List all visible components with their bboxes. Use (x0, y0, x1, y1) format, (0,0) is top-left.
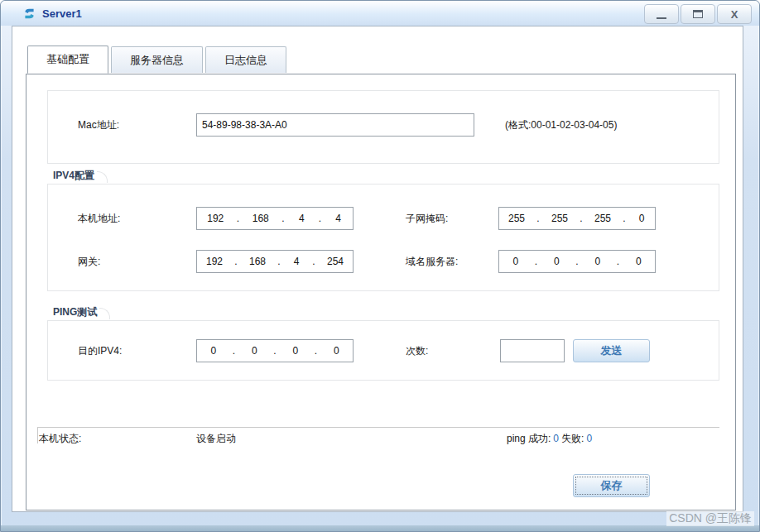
mask-octet-1: 255 (508, 213, 525, 224)
tab-server-info-label: 服务器信息 (130, 53, 184, 68)
dns-octet-2: 0 (552, 256, 560, 267)
mask-octet-3: 255 (594, 213, 611, 224)
ip-dot: . (532, 256, 541, 267)
mask-octet-2: 255 (551, 213, 568, 224)
minimize-button[interactable] (644, 4, 679, 24)
dns-server-input[interactable]: 0.0.0.0 (498, 250, 656, 273)
gateway-label: 网关: (78, 255, 100, 268)
ip-dot: . (573, 256, 581, 267)
host-octet-3: 4 (297, 213, 305, 224)
basic-config-pane: Mac地址: (格式:00-01-02-03-04-05) IPV4配置 本机地… (26, 74, 736, 510)
subnet-mask-input[interactable]: 255.255.255.0 (498, 207, 656, 230)
minimize-icon (657, 17, 666, 19)
tab-basic-config-label: 基础配置 (46, 52, 89, 67)
host-octet-4: 4 (334, 213, 343, 224)
send-button-label: 发送 (601, 343, 623, 358)
host-octet-1: 192 (207, 213, 224, 224)
watermark-text: CSDN @王陈锋 (666, 511, 754, 526)
ip-dot: . (577, 213, 585, 224)
ip-dot: . (310, 256, 318, 267)
dns-server-label: 域名服务器: (406, 255, 458, 268)
save-button-label: 保存 (601, 478, 623, 493)
dns-octet-1: 0 (512, 256, 520, 267)
maximize-button[interactable] (681, 4, 715, 24)
ping-dest-input[interactable]: 0.0.0.0 (196, 339, 354, 362)
host-octet-2: 168 (253, 213, 269, 224)
gateway-input[interactable]: 192.168.4.254 (196, 250, 354, 273)
mac-address-label: Mac地址: (78, 118, 119, 132)
ip-dot: . (279, 213, 287, 224)
tab-bar: 基础配置 服务器信息 日志信息 (27, 46, 289, 73)
ping-group-title: PING测试 (51, 305, 102, 319)
tab-basic-config[interactable]: 基础配置 (27, 46, 108, 74)
window-bottom-border (1, 525, 759, 531)
gateway-octet-1: 192 (206, 256, 223, 267)
gateway-octet-2: 168 (249, 256, 266, 267)
ip-dot: . (234, 213, 243, 224)
dest-octet-3: 0 (291, 345, 300, 357)
dns-octet-4: 0 (634, 256, 642, 267)
save-button[interactable]: 保存 (573, 474, 650, 497)
host-status-value: 设备启动 (196, 432, 236, 445)
host-address-label: 本机地址: (78, 212, 120, 225)
status-divider (37, 427, 719, 428)
title-bar[interactable]: Server1 X (1, 1, 759, 26)
status-divider-tick (37, 427, 38, 443)
window-title: Server1 (42, 7, 82, 20)
server-config-window: Server1 X 基础配置 服务器信息 日志信息 Mac地址: (格式:00-… (0, 0, 760, 532)
dest-octet-2: 0 (250, 345, 258, 357)
dest-octet-1: 0 (209, 345, 218, 357)
ip-dot: . (275, 256, 283, 267)
ip-dot: . (614, 256, 623, 267)
ping-statistics: ping 成功:0失败:0 (507, 432, 594, 445)
ip-dot: . (620, 213, 628, 224)
ipv4-groupbox (47, 184, 719, 291)
tab-log-info[interactable]: 日志信息 (205, 46, 286, 73)
ip-dot: . (534, 213, 542, 224)
host-address-input[interactable]: 192.168.4.4 (196, 207, 354, 230)
ping-dest-label: 目的IPV4: (78, 344, 122, 357)
ip-dot: . (232, 256, 240, 267)
tab-server-info[interactable]: 服务器信息 (111, 46, 203, 73)
maximize-icon (693, 10, 703, 18)
close-button[interactable]: X (717, 4, 752, 24)
ip-dot: . (271, 345, 279, 357)
subnet-mask-label: 子网掩码: (406, 212, 448, 225)
dest-octet-4: 0 (332, 345, 340, 357)
tab-log-info-label: 日志信息 (224, 53, 267, 68)
gateway-octet-4: 254 (327, 256, 344, 267)
dns-octet-3: 0 (594, 256, 602, 267)
ping-fail-value: 0 (584, 433, 594, 444)
ping-success-value: 0 (551, 433, 561, 444)
server-device-icon (22, 7, 36, 21)
mac-address-input[interactable] (196, 113, 474, 137)
host-status-label: 本机状态: (39, 432, 81, 445)
mask-octet-4: 0 (637, 213, 646, 224)
gateway-octet-3: 4 (292, 256, 301, 267)
ping-success-label: ping 成功: (507, 433, 551, 444)
ip-dot: . (315, 213, 324, 224)
close-icon: X (731, 9, 738, 20)
ping-count-input[interactable] (500, 339, 565, 362)
ipv4-group-title: IPV4配置 (51, 169, 99, 182)
mac-format-hint: (格式:00-01-02-03-04-05) (505, 118, 617, 132)
window-controls: X (644, 4, 752, 24)
ping-count-label: 次数: (406, 344, 428, 357)
send-button[interactable]: 发送 (573, 339, 650, 362)
ping-fail-label: 失败: (561, 433, 584, 444)
ip-dot: . (230, 345, 238, 357)
ip-dot: . (312, 345, 320, 357)
